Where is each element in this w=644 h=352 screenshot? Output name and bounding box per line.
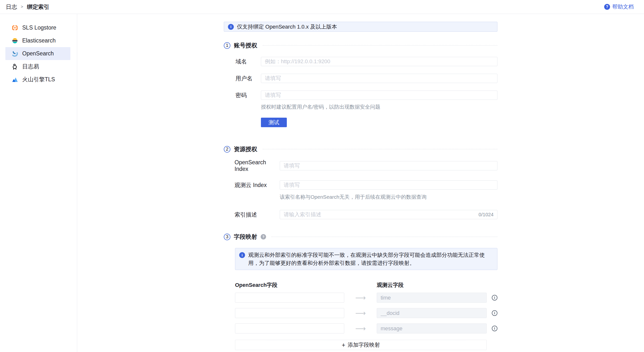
- sidebar-item-label: SLS Logstore: [22, 24, 56, 31]
- section-title-field-mapping: 字段映射: [234, 233, 257, 241]
- main-panel: i 仅支持绑定 OpenSearch 1.0.x 及以上版本 1 账号授权 域名…: [77, 14, 644, 352]
- mapping-row-docid: ⟶ i: [235, 308, 498, 318]
- section-account-auth-header: 1 账号授权: [224, 41, 498, 49]
- add-field-mapping-button[interactable]: + 添加字段映射: [235, 340, 487, 350]
- section-title-resource-auth: 资源授权: [234, 145, 257, 153]
- sidebar-item-sls-logstore[interactable]: SLS Logstore: [5, 21, 70, 34]
- guance-field-header: 观测云字段: [377, 282, 404, 289]
- domain-row: 域名: [224, 57, 498, 66]
- sidebar-item-label: 火山引擎TLS: [22, 76, 55, 83]
- mapping-source-input[interactable]: [235, 324, 344, 334]
- arrow-right-icon: ⟶: [344, 293, 377, 302]
- help-docs-link[interactable]: ? 帮助文档: [604, 3, 634, 10]
- section-number-3: 3: [224, 234, 230, 240]
- field-mapping-notice-banner: i 观测云和外部索引的标准字段可能不一致，在观测云中缺失部分字段可能会造成部分功…: [235, 248, 498, 270]
- elasticsearch-icon: [12, 37, 18, 44]
- opensearch-field-header: OpenSearch字段: [235, 282, 377, 289]
- info-circle-icon: i: [228, 24, 234, 30]
- index-description-input[interactable]: [280, 210, 498, 219]
- section-title-account-auth: 账号授权: [234, 41, 257, 49]
- sidebar-item-volcengine-tls[interactable]: 火山引擎TLS: [5, 73, 70, 86]
- breadcrumb-logs[interactable]: 日志: [6, 3, 17, 11]
- add-field-mapping-label: 添加字段映射: [348, 341, 380, 349]
- opensearch-index-label: OpenSearch Index: [234, 159, 280, 172]
- info-circle-icon: i: [239, 252, 245, 258]
- index-description-row: 索引描述 0/1024: [224, 210, 498, 219]
- guance-index-label: 观测云 Index: [234, 181, 280, 189]
- sidebar-item-elasticsearch[interactable]: Elasticsearch: [5, 34, 70, 47]
- version-notice-text: 仅支持绑定 OpenSearch 1.0.x 及以上版本: [237, 23, 337, 30]
- plus-icon: +: [342, 342, 346, 349]
- domain-label: 域名: [236, 58, 261, 65]
- topbar: 日志 > 绑定索引 ? 帮助文档: [0, 0, 644, 14]
- row-info-icon[interactable]: i: [492, 295, 498, 301]
- username-label: 用户名: [236, 75, 261, 82]
- guance-index-hint: 该索引名称与OpenSearch无关，用于后续在观测云中的数据查询: [280, 194, 498, 200]
- section-number-2: 2: [224, 146, 230, 153]
- password-input[interactable]: [261, 91, 498, 100]
- field-mapping-table: OpenSearch字段 观测云字段 ⟶ i ⟶ i ⟶: [235, 282, 498, 350]
- version-notice-banner: i 仅支持绑定 OpenSearch 1.0.x 及以上版本: [224, 22, 498, 32]
- username-input[interactable]: [261, 74, 498, 83]
- breadcrumb-bind-index: 绑定索引: [27, 3, 49, 11]
- mapping-target-time: [377, 293, 487, 303]
- domain-input[interactable]: [261, 57, 498, 66]
- guance-index-row: 观测云 Index: [224, 180, 498, 190]
- password-label: 密码: [236, 91, 261, 99]
- mapping-target-docid: [377, 308, 487, 318]
- auth-hint-text: 授权时建议配置用户名/密码，以防出现数据安全问题: [261, 103, 498, 110]
- sls-logstore-icon: [12, 24, 18, 31]
- mapping-source-input[interactable]: [235, 308, 344, 318]
- mapping-target-message: [377, 324, 487, 334]
- opensearch-icon: [12, 50, 18, 57]
- section-number-1: 1: [224, 42, 230, 49]
- section-divider: [272, 237, 498, 237]
- opensearch-index-input[interactable]: [280, 161, 498, 170]
- sidebar-item-label: Elasticsearch: [22, 37, 56, 44]
- breadcrumb: 日志 > 绑定索引: [6, 3, 49, 11]
- username-row: 用户名: [224, 74, 498, 83]
- breadcrumb-separator-icon: >: [21, 4, 23, 9]
- field-mapping-notice-text: 观测云和外部索引的标准字段可能不一致，在观测云中缺失部分字段可能会造成部分功能无…: [248, 251, 493, 267]
- test-button[interactable]: 测试: [261, 118, 287, 127]
- source-type-sidebar: SLS Logstore Elasticsearch OpenSearch: [0, 14, 77, 352]
- section-resource-auth-header: 2 资源授权: [224, 145, 498, 153]
- guance-index-input[interactable]: [280, 180, 498, 190]
- char-counter: 0/1024: [478, 212, 494, 218]
- arrow-right-icon: ⟶: [344, 309, 377, 317]
- help-docs-label: 帮助文档: [612, 3, 634, 10]
- index-description-label: 索引描述: [234, 211, 280, 219]
- section-divider: [263, 149, 498, 149]
- mapping-row-time: ⟶ i: [235, 293, 498, 303]
- row-info-icon[interactable]: i: [492, 310, 498, 316]
- volcengine-tls-icon: [12, 76, 18, 83]
- mapping-row-message: ⟶ i: [235, 324, 498, 334]
- arrow-right-icon: ⟶: [344, 324, 377, 333]
- section-divider: [263, 45, 498, 46]
- sidebar-item-label: OpenSearch: [22, 50, 54, 57]
- field-mapping-help-icon[interactable]: ?: [261, 234, 266, 240]
- row-info-icon[interactable]: i: [492, 326, 498, 331]
- rizhiyi-icon: [12, 63, 18, 70]
- sidebar-item-label: 日志易: [22, 63, 39, 70]
- section-field-mapping-header: 3 字段映射 ?: [224, 233, 498, 241]
- sidebar-item-opensearch[interactable]: OpenSearch: [5, 47, 70, 60]
- sidebar-item-rizhiyi[interactable]: 日志易: [5, 60, 70, 73]
- mapping-source-input[interactable]: [235, 293, 344, 303]
- password-row: 密码: [224, 91, 498, 100]
- field-mapping-headers: OpenSearch字段 观测云字段: [235, 282, 498, 289]
- help-question-icon: ?: [604, 4, 610, 10]
- opensearch-index-row: OpenSearch Index: [224, 159, 498, 172]
